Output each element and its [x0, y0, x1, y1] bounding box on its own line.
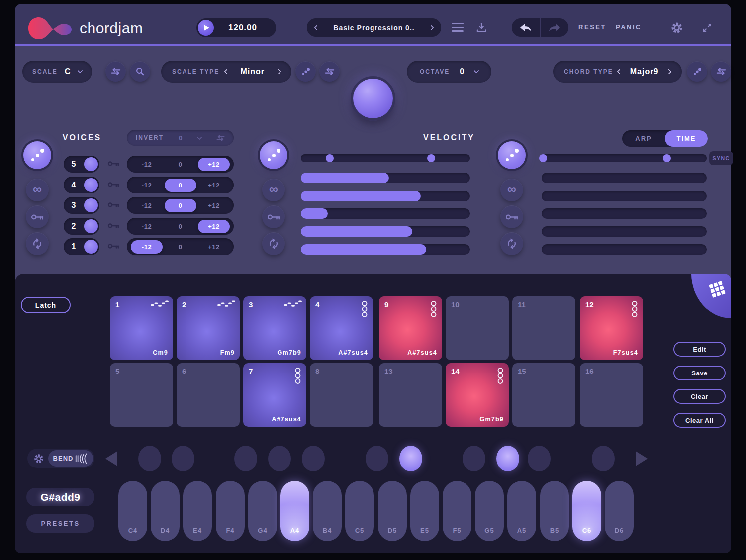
key-a5[interactable]: A5 — [507, 481, 536, 541]
option-zero[interactable]: 0 — [165, 158, 196, 171]
edit-button[interactable]: Edit — [673, 342, 726, 357]
key-e4[interactable]: E4 — [183, 481, 212, 541]
redo-button[interactable] — [541, 18, 569, 37]
play-button[interactable] — [198, 20, 214, 36]
key-e5[interactable]: E5 — [410, 481, 439, 541]
chord-type-swap-button[interactable] — [711, 61, 731, 82]
key-c6-lit[interactable]: C6 — [572, 481, 601, 541]
steps-next-icon[interactable] — [636, 451, 648, 466]
settings-gear-icon[interactable] — [670, 21, 683, 34]
step-dot-11[interactable] — [592, 446, 615, 471]
scale-type-prev-icon[interactable] — [224, 69, 229, 74]
menu-icon[interactable] — [452, 23, 464, 32]
time-bar-1[interactable] — [542, 173, 707, 183]
pad-5[interactable]: 5 — [110, 363, 173, 427]
time-lock-button[interactable] — [500, 205, 523, 228]
key-g4[interactable]: G4 — [248, 481, 277, 541]
key-f4[interactable]: F4 — [216, 481, 245, 541]
time-bar-2[interactable] — [542, 191, 707, 201]
resize-icon[interactable] — [701, 22, 713, 34]
chord-type-next-icon[interactable] — [666, 69, 671, 74]
arp-option[interactable]: ARP — [622, 135, 665, 142]
voice-toggle-on[interactable] — [84, 157, 98, 171]
main-knob[interactable] — [351, 76, 395, 121]
key-b5[interactable]: B5 — [540, 481, 569, 541]
key-a4-lit[interactable]: A4 — [280, 481, 309, 541]
octave-selector[interactable]: OCTAVE 0 — [407, 61, 491, 83]
option-plus12[interactable]: +12 — [198, 179, 230, 192]
scale-type-swap-button[interactable] — [319, 61, 340, 82]
velocity-reset-button[interactable] — [262, 232, 285, 255]
step-dot-8[interactable] — [463, 446, 485, 471]
chord-type-dice-button[interactable] — [687, 61, 707, 82]
voice-row-1-toggle[interactable]: 1 — [64, 238, 99, 255]
pad-4[interactable]: 4 A#7sus4 — [310, 296, 373, 360]
sync-badge[interactable]: SYNC — [709, 151, 733, 165]
presets-button[interactable]: PRESETS — [26, 514, 94, 533]
voice-toggle-on[interactable] — [84, 178, 98, 192]
preset-prev-icon[interactable] — [314, 25, 319, 30]
range-handle-start[interactable] — [539, 154, 547, 162]
pad-15[interactable]: 15 — [512, 363, 575, 427]
time-reset-button[interactable] — [500, 232, 523, 255]
panic-button[interactable]: PANIC — [613, 23, 644, 31]
option-zero[interactable]: 0 — [165, 220, 196, 233]
undo-button[interactable] — [512, 18, 540, 37]
time-infinite-button[interactable]: ∞ — [500, 179, 523, 201]
voice-toggle-on[interactable] — [84, 240, 98, 254]
reset-button[interactable]: RESET — [577, 23, 608, 31]
velocity-infinite-button[interactable]: ∞ — [262, 179, 285, 201]
scale-randomize-button[interactable] — [105, 61, 126, 82]
voice-row-3-toggle[interactable]: 3 — [64, 197, 99, 214]
option-minus12[interactable]: -12 — [131, 179, 163, 192]
option-minus12[interactable]: -12 — [131, 220, 163, 233]
bend-button[interactable]: BEND — [48, 450, 93, 467]
option-plus12-selected[interactable]: +12 — [198, 220, 230, 233]
option-minus12-selected[interactable]: -12 — [131, 240, 163, 254]
key-f5[interactable]: F5 — [443, 481, 471, 541]
time-bar-4[interactable] — [542, 226, 707, 237]
velocity-bar-4[interactable] — [301, 226, 470, 237]
pad-1[interactable]: 1 Cm9 — [110, 296, 173, 360]
option-plus12-selected[interactable]: +12 — [198, 158, 230, 171]
pad-8[interactable]: 8 — [310, 363, 373, 427]
pad-10[interactable]: 10 — [446, 296, 509, 360]
voices-reset-button[interactable] — [26, 232, 49, 255]
pad-14[interactable]: 14 Gm7b9 — [446, 363, 509, 427]
voice-row-2-toggle[interactable]: 2 — [64, 218, 99, 235]
scale-type-next-icon[interactable] — [276, 69, 281, 74]
option-zero[interactable]: 0 — [165, 240, 196, 254]
key-c4[interactable]: C4 — [118, 481, 147, 541]
preset-next-icon[interactable] — [428, 25, 434, 30]
bend-settings-gear-icon[interactable] — [33, 453, 44, 464]
voice-row-4-toggle[interactable]: 4 — [64, 177, 99, 193]
key-b4[interactable]: B4 — [313, 481, 342, 541]
voice-toggle-on[interactable] — [84, 219, 98, 233]
voices-randomize-knob[interactable] — [23, 141, 51, 169]
pad-2[interactable]: 2 Fm9 — [177, 296, 240, 360]
key-g5[interactable]: G5 — [475, 481, 504, 541]
scale-selector[interactable]: SCALE C — [22, 61, 92, 83]
step-dot-2[interactable] — [172, 446, 194, 471]
key-icon[interactable] — [107, 201, 119, 208]
voices-lock-button[interactable] — [26, 205, 49, 228]
save-download-icon[interactable] — [475, 21, 488, 34]
option-plus12[interactable]: +12 — [198, 240, 230, 254]
key-c5[interactable]: C5 — [345, 481, 374, 541]
velocity-bar-3[interactable] — [301, 208, 470, 219]
time-bar-5[interactable] — [542, 244, 707, 255]
voice-toggle-on[interactable] — [84, 198, 98, 212]
scale-detect-button[interactable] — [130, 61, 150, 82]
clear-button[interactable]: Clear — [673, 389, 726, 404]
time-bar-3[interactable] — [542, 208, 707, 219]
key-icon[interactable] — [107, 160, 119, 167]
step-dot-5[interactable] — [302, 446, 325, 471]
step-dot-1[interactable] — [138, 446, 161, 471]
velocity-bar-5[interactable] — [301, 244, 470, 255]
step-dot-4[interactable] — [268, 446, 291, 471]
velocity-range-slider[interactable] — [301, 154, 470, 162]
velocity-randomize-knob[interactable] — [260, 141, 287, 169]
option-zero-selected[interactable]: 0 — [165, 179, 196, 192]
latch-button[interactable]: Latch — [21, 297, 71, 313]
key-d4[interactable]: D4 — [151, 481, 180, 541]
